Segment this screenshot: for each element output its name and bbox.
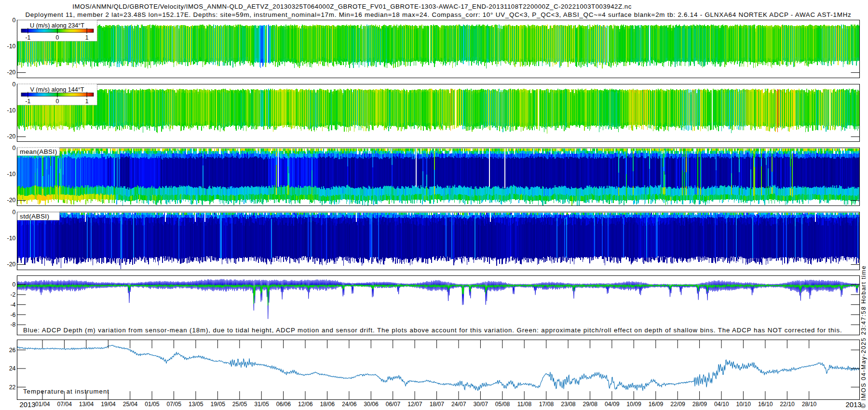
svg-text:Blue: ADCP Depth (m) variation: Blue: ADCP Depth (m) variation from sens… <box>23 327 842 334</box>
svg-text:-8: -8 <box>10 321 15 328</box>
svg-text:25/04: 25/04 <box>123 401 138 408</box>
svg-text:-1: -1 <box>25 98 30 105</box>
svg-text:0: 0 <box>13 17 16 24</box>
svg-text:24/06: 24/06 <box>342 401 357 408</box>
svg-text:Temperature at instrument: Temperature at instrument <box>23 388 109 395</box>
svg-text:26: 26 <box>9 347 16 354</box>
svg-text:Deployment 11, member 2 lat=23: Deployment 11, member 2 lat=23.48S lon=1… <box>25 11 851 18</box>
svg-text:std(ABSI): std(ABSI) <box>20 213 49 220</box>
svg-text:22/10: 22/10 <box>780 401 795 408</box>
svg-text:-10: -10 <box>7 171 16 178</box>
svg-text:© IMOS 04-May-2025 23:47:58 H: © IMOS 04-May-2025 23:47:58 Hobart time <box>860 265 867 408</box>
svg-text:-6: -6 <box>10 312 15 318</box>
svg-text:01/04: 01/04 <box>35 401 50 408</box>
svg-text:11/08: 11/08 <box>517 401 532 408</box>
svg-text:01/05: 01/05 <box>145 401 160 408</box>
svg-text:25/05: 25/05 <box>232 401 247 408</box>
svg-text:13/05: 13/05 <box>189 401 203 408</box>
svg-text:28/09: 28/09 <box>692 401 707 408</box>
svg-text:2013: 2013 <box>846 401 862 409</box>
svg-text:0: 0 <box>56 34 59 41</box>
svg-text:06/07: 06/07 <box>386 401 401 408</box>
svg-text:22: 22 <box>9 384 16 391</box>
svg-text:U (m/s) along 234°T: U (m/s) along 234°T <box>30 22 84 29</box>
svg-text:24/07: 24/07 <box>451 401 466 408</box>
svg-text:05/08: 05/08 <box>495 401 510 408</box>
svg-text:12/06: 12/06 <box>298 401 313 408</box>
svg-text:0: 0 <box>13 81 16 88</box>
svg-text:17/08: 17/08 <box>539 401 554 408</box>
svg-text:06/06: 06/06 <box>276 401 291 408</box>
svg-text:10/10: 10/10 <box>736 401 751 408</box>
svg-text:-10: -10 <box>7 107 16 114</box>
svg-text:04/10: 04/10 <box>714 401 729 408</box>
svg-text:16/10: 16/10 <box>758 401 773 408</box>
svg-text:-1: -1 <box>25 34 30 41</box>
svg-text:-20: -20 <box>7 197 16 204</box>
svg-text:16/09: 16/09 <box>649 401 664 408</box>
svg-text:IMOS/ANMN/QLD/GBROTE/Velocity/: IMOS/ANMN/QLD/GBROTE/Velocity/IMOS_ANMN-… <box>72 3 632 10</box>
svg-text:31/05: 31/05 <box>254 401 269 408</box>
svg-text:19/05: 19/05 <box>210 401 225 408</box>
svg-text:30/06: 30/06 <box>364 401 379 408</box>
svg-text:V (m/s) along 144°T: V (m/s) along 144°T <box>30 86 84 93</box>
svg-text:-20: -20 <box>7 261 16 268</box>
svg-text:12/07: 12/07 <box>407 401 422 408</box>
svg-text:04/09: 04/09 <box>605 401 620 408</box>
svg-text:-10: -10 <box>7 235 16 242</box>
svg-text:1: 1 <box>85 34 89 41</box>
svg-text:10/09: 10/09 <box>626 401 641 408</box>
svg-text:-20: -20 <box>7 69 16 76</box>
svg-text:22/09: 22/09 <box>670 401 685 408</box>
svg-text:mean(ABSI): mean(ABSI) <box>20 148 57 155</box>
svg-text:1: 1 <box>85 98 89 105</box>
svg-text:28/10: 28/10 <box>802 401 817 408</box>
svg-text:0: 0 <box>56 98 59 105</box>
svg-text:-2: -2 <box>10 291 15 298</box>
svg-text:29/08: 29/08 <box>583 401 598 408</box>
svg-text:-10: -10 <box>7 43 16 50</box>
svg-text:-20: -20 <box>7 133 16 140</box>
svg-text:24: 24 <box>9 365 16 372</box>
svg-text:23/08: 23/08 <box>561 401 576 408</box>
svg-text:30/07: 30/07 <box>473 401 488 408</box>
svg-text:2013: 2013 <box>20 401 36 409</box>
svg-text:18/07: 18/07 <box>430 401 445 408</box>
svg-text:0: 0 <box>13 209 16 216</box>
svg-text:19/04: 19/04 <box>101 401 116 408</box>
svg-text:07/04: 07/04 <box>57 401 72 408</box>
svg-text:-4: -4 <box>10 301 15 308</box>
svg-text:0: 0 <box>13 145 16 151</box>
svg-text:0: 0 <box>13 281 16 288</box>
svg-text:13/04: 13/04 <box>79 401 94 408</box>
svg-text:18/06: 18/06 <box>320 401 335 408</box>
svg-text:07/05: 07/05 <box>167 401 182 408</box>
